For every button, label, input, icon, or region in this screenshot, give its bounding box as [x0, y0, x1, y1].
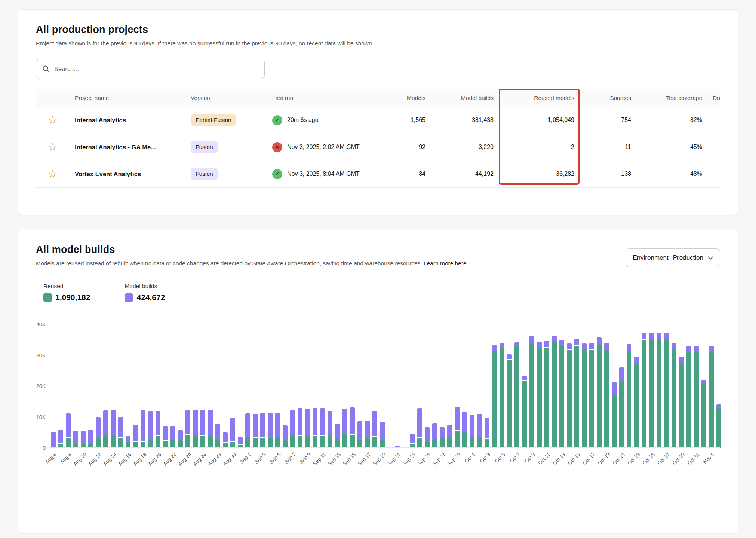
bar-aug-16[interactable]: Aug 16	[126, 324, 130, 448]
bar-sep-1[interactable]: Sep 1	[245, 324, 250, 448]
bar-oct-7[interactable]: Oct 7	[514, 324, 519, 448]
bar-aug-21[interactable]	[163, 324, 168, 448]
bar-sep-26[interactable]	[432, 324, 437, 448]
bar-sep-12[interactable]	[328, 324, 332, 448]
favorite-star-icon[interactable]: ☆	[48, 142, 58, 153]
bar-aug-6[interactable]: Aug 6	[51, 324, 56, 448]
bar-oct-20[interactable]	[612, 324, 617, 448]
bar-oct-31[interactable]: Oct 31	[694, 324, 699, 448]
bar-oct-29[interactable]: Oct 29	[679, 324, 684, 448]
bar-aug-8[interactable]: Aug 8	[66, 324, 71, 448]
bar-oct-16[interactable]	[582, 324, 587, 448]
bar-sep-13[interactable]: Sep 13	[335, 324, 340, 448]
bar-sep-23[interactable]: Sep 23	[410, 324, 415, 448]
bar-sep-11[interactable]: Sep 11	[320, 324, 325, 448]
bar-aug-20[interactable]: Aug 20	[156, 324, 160, 448]
bar-aug-28[interactable]: Aug 28	[215, 324, 220, 448]
bar-oct-18[interactable]	[597, 324, 602, 448]
bar-oct-14[interactable]	[567, 324, 572, 448]
bar-nov-1[interactable]	[701, 324, 706, 448]
bar-aug-13[interactable]	[103, 324, 108, 448]
bar-sep-25[interactable]: Sep 25	[425, 324, 430, 448]
bar-oct-6[interactable]	[507, 324, 512, 448]
bar-aug-23[interactable]	[178, 324, 183, 448]
bar-oct-12[interactable]	[552, 324, 557, 448]
bar-sep-6[interactable]	[283, 324, 288, 448]
bar-aug-14[interactable]: Aug 14	[111, 324, 116, 448]
bar-sep-17[interactable]: Sep 17	[365, 324, 370, 448]
bar-aug-27[interactable]	[208, 324, 213, 448]
bar-aug-30[interactable]: Aug 30	[230, 324, 235, 448]
bar-sep-2[interactable]	[253, 324, 258, 448]
bar-aug-7[interactable]	[58, 324, 63, 448]
bar-oct-17[interactable]: Oct 17	[589, 324, 594, 448]
learn-more-link[interactable]: Learn more here.	[424, 260, 468, 266]
bar-oct-19[interactable]: Oct 19	[604, 324, 609, 448]
bar-sep-21[interactable]: Sep 21	[395, 324, 400, 448]
bar-sep-24[interactable]	[417, 324, 422, 448]
project-name-link[interactable]: Vortex Event Analytics	[75, 171, 141, 177]
favorite-star-icon[interactable]: ☆	[48, 169, 58, 180]
bar-aug-24[interactable]: Aug 24	[185, 324, 190, 448]
bar-oct-25[interactable]: Oct 25	[649, 324, 654, 448]
bar-aug-26[interactable]: Aug 26	[200, 324, 205, 448]
bar-oct-30[interactable]	[686, 324, 691, 448]
bar-sep-9[interactable]: Sep 9	[305, 324, 310, 448]
bar-sep-14[interactable]	[342, 324, 347, 448]
bar-aug-29[interactable]	[223, 324, 228, 448]
bar-aug-18[interactable]: Aug 18	[141, 324, 145, 448]
bar-oct-9[interactable]: Oct 9	[529, 324, 534, 448]
bar-aug-11[interactable]	[88, 324, 93, 448]
bar-sep-18[interactable]	[372, 324, 377, 448]
bar-sep-28[interactable]	[447, 324, 452, 448]
bar-sep-27[interactable]: Sep 27	[440, 324, 445, 448]
bar-aug-31[interactable]	[238, 324, 243, 448]
bar-sep-29[interactable]: Sep 29	[455, 324, 460, 448]
bar-oct-24[interactable]	[642, 324, 646, 448]
bar-oct-11[interactable]: Oct 11	[544, 324, 549, 448]
bar-oct-1[interactable]: Oct 1	[470, 324, 474, 448]
bar-aug-10[interactable]: Aug 10	[81, 324, 86, 448]
bar-oct-27[interactable]: Oct 27	[664, 324, 669, 448]
bar-oct-22[interactable]	[627, 324, 631, 448]
project-name-link[interactable]: Internal Analytics - GA Me...	[75, 144, 156, 150]
search-box[interactable]	[36, 59, 265, 79]
bar-oct-26[interactable]	[657, 324, 661, 448]
bar-sep-15[interactable]: Sep 15	[350, 324, 355, 448]
bar-oct-21[interactable]: Oct 21	[619, 324, 624, 448]
bar-oct-8[interactable]	[522, 324, 527, 448]
bar-sep-7[interactable]: Sep 7	[290, 324, 295, 448]
bar-sep-30[interactable]	[462, 324, 467, 448]
bar-oct-13[interactable]: Oct 13	[559, 324, 564, 448]
bar-aug-15[interactable]	[118, 324, 123, 448]
bar-oct-28[interactable]	[672, 324, 676, 448]
bar-oct-5[interactable]: Oct 5	[500, 324, 504, 448]
bar-sep-22[interactable]	[402, 324, 407, 448]
bar-sep-20[interactable]	[387, 324, 392, 448]
bar-aug-9[interactable]	[73, 324, 78, 448]
favorite-star-icon[interactable]: ☆	[48, 115, 58, 126]
bar-sep-4[interactable]	[268, 324, 273, 448]
bar-sep-19[interactable]: Sep 19	[380, 324, 385, 448]
bar-oct-4[interactable]	[492, 324, 497, 448]
bar-oct-23[interactable]: Oct 23	[634, 324, 639, 448]
bar-sep-3[interactable]: Sep 3	[260, 324, 265, 448]
bar-oct-15[interactable]: Oct 15	[574, 324, 579, 448]
bar-aug-25[interactable]	[193, 324, 198, 448]
search-input[interactable]	[54, 65, 258, 73]
bar-oct-2[interactable]	[477, 324, 482, 448]
bar-aug-22[interactable]: Aug 22	[170, 324, 175, 448]
environment-select[interactable]: Environment Production	[626, 248, 720, 267]
bar-oct-3[interactable]: Oct 3	[485, 324, 489, 448]
project-name-link[interactable]: Internal Analytics	[75, 117, 126, 123]
bar-aug-19[interactable]	[148, 324, 153, 448]
bar-nov-2[interactable]: Nov 2	[709, 324, 714, 448]
bar-sep-10[interactable]	[313, 324, 317, 448]
bar-nov-3[interactable]	[716, 324, 721, 448]
bar-aug-17[interactable]	[133, 324, 138, 448]
bar-sep-16[interactable]	[357, 324, 362, 448]
bar-sep-5[interactable]: Sep 5	[275, 324, 280, 448]
bar-sep-8[interactable]	[298, 324, 302, 448]
bar-oct-10[interactable]	[537, 324, 542, 448]
bar-aug-12[interactable]: Aug 12	[96, 324, 101, 448]
